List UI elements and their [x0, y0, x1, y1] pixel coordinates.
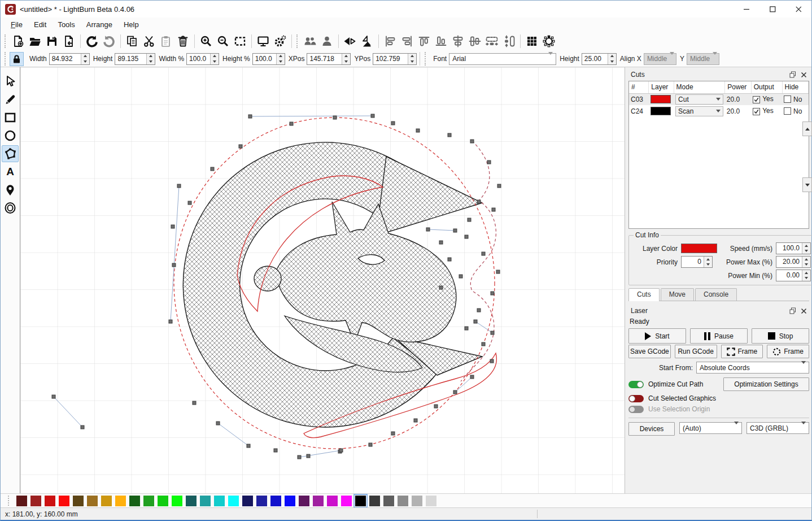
align-top-button[interactable]: [416, 33, 433, 49]
offset-shapes-tool[interactable]: [2, 199, 19, 216]
node-handle[interactable]: [496, 270, 500, 273]
tab-cuts[interactable]: Cuts: [628, 288, 660, 301]
float-panel-icon[interactable]: [789, 307, 796, 314]
node-handle[interactable]: [491, 292, 494, 295]
paste-button[interactable]: [158, 33, 174, 49]
node-handle[interactable]: [482, 252, 485, 255]
node-handle[interactable]: [491, 331, 494, 335]
priority-input[interactable]: 0: [681, 256, 713, 268]
output-checkbox[interactable]: [753, 108, 760, 115]
device-combo[interactable]: C3D (GRBL): [746, 422, 809, 434]
cut-layer-row-C24[interactable]: C24 Scan 20.0 Yes No: [629, 105, 809, 117]
node-handle[interactable]: [468, 218, 471, 222]
optimize-cut-path-toggle[interactable]: [628, 381, 644, 388]
mode-dropdown[interactable]: Scan: [675, 106, 723, 116]
height-input[interactable]: 89.135: [115, 53, 155, 65]
palette-swatch[interactable]: [398, 496, 408, 506]
use-selection-origin-toggle[interactable]: [628, 406, 644, 413]
tab-console[interactable]: Console: [695, 288, 737, 301]
align-bottom-button[interactable]: [433, 33, 449, 49]
import-file-button[interactable]: [60, 33, 77, 49]
node-handle[interactable]: [434, 405, 438, 408]
palette-swatch[interactable]: [186, 496, 197, 506]
menu-edit[interactable]: Edit: [28, 19, 52, 31]
node-handle[interactable]: [465, 327, 468, 330]
center-horizontal-button[interactable]: [449, 33, 466, 49]
close-panel-icon[interactable]: [801, 308, 807, 314]
node-handle[interactable]: [448, 133, 451, 137]
maximize-button[interactable]: [759, 1, 785, 18]
font-height-input[interactable]: 25.00: [582, 53, 617, 65]
node-handle[interactable]: [81, 426, 84, 429]
palette-swatch[interactable]: [285, 496, 295, 506]
node-handle[interactable]: [439, 286, 443, 289]
node-handle[interactable]: [426, 228, 430, 231]
node-handle[interactable]: [371, 114, 374, 118]
minimize-button[interactable]: [734, 1, 759, 18]
zoom-in-button[interactable]: [198, 33, 215, 49]
rectangle-tool[interactable]: [2, 109, 19, 126]
node-handle[interactable]: [247, 444, 250, 448]
align-x-combo[interactable]: Middle: [644, 53, 676, 65]
width-pct-input[interactable]: 100.0: [186, 53, 219, 65]
node-handle[interactable]: [333, 116, 337, 119]
draw-lines-tool[interactable]: [2, 91, 19, 108]
node-handle[interactable]: [172, 263, 176, 267]
frame-selection-button[interactable]: [232, 33, 248, 49]
node-handle[interactable]: [193, 401, 196, 405]
menu-tools[interactable]: Tools: [52, 19, 80, 31]
palette-swatch[interactable]: [45, 496, 55, 506]
palette-swatch[interactable]: [129, 496, 140, 506]
palette-swatch[interactable]: [313, 496, 324, 506]
node-handle[interactable]: [477, 200, 481, 203]
start-from-combo[interactable]: Absolute Coords: [696, 362, 809, 374]
node-handle[interactable]: [248, 115, 252, 118]
optimization-settings-button[interactable]: Optimization Settings: [723, 377, 809, 391]
palette-swatch[interactable]: [101, 496, 112, 506]
frame-rect-button[interactable]: Frame: [721, 345, 763, 358]
node-handle[interactable]: [171, 225, 174, 228]
palette-swatch[interactable]: [16, 496, 27, 506]
hide-checkbox[interactable]: [784, 107, 791, 115]
node-handle[interactable]: [211, 167, 214, 171]
align-y-combo[interactable]: Middle: [687, 53, 719, 65]
node-handle[interactable]: [492, 208, 495, 211]
palette-swatch[interactable]: [214, 496, 225, 506]
redo-button[interactable]: [101, 33, 117, 49]
node-handle[interactable]: [474, 320, 477, 323]
node-handle[interactable]: [169, 320, 172, 323]
toolbar-grip[interactable]: [5, 34, 8, 48]
node-handle[interactable]: [239, 145, 242, 148]
laser-dock-titlebar[interactable]: Laser: [628, 305, 809, 316]
palette-swatch[interactable]: [341, 496, 352, 506]
new-file-button[interactable]: [10, 33, 27, 49]
scroll-up-button[interactable]: [802, 121, 812, 136]
lock-aspect-button[interactable]: [10, 52, 24, 66]
palette-swatch[interactable]: [73, 496, 84, 506]
speed-input[interactable]: 100.0: [776, 242, 811, 254]
distribute-horizontally-button[interactable]: [483, 33, 500, 49]
center-vertical-button[interactable]: [466, 33, 483, 49]
palette-swatch[interactable]: [228, 496, 239, 506]
palette-swatch[interactable]: [299, 496, 309, 506]
align-left-button[interactable]: [382, 33, 399, 49]
palette-swatch[interactable]: [383, 496, 394, 506]
palette-swatch[interactable]: [327, 496, 338, 506]
stop-button[interactable]: Stop: [752, 328, 809, 344]
start-button[interactable]: Start: [628, 328, 686, 344]
cuts-dock-titlebar[interactable]: Cuts: [628, 68, 809, 80]
node-handle[interactable]: [391, 121, 395, 125]
copy-button[interactable]: [124, 33, 141, 49]
power-min-input[interactable]: 0.00: [776, 270, 811, 281]
cut-button[interactable]: [141, 33, 158, 49]
node-handle[interactable]: [298, 455, 301, 459]
frame-circle-button[interactable]: Frame: [767, 345, 809, 358]
palette-swatch[interactable]: [158, 496, 168, 506]
palette-swatch[interactable]: [115, 496, 126, 506]
menu-help[interactable]: Help: [118, 19, 145, 31]
tab-move[interactable]: Move: [661, 288, 694, 301]
node-handle[interactable]: [497, 184, 501, 188]
undo-button[interactable]: [84, 33, 101, 49]
settings-button[interactable]: [272, 33, 289, 49]
node-handle[interactable]: [453, 390, 457, 394]
